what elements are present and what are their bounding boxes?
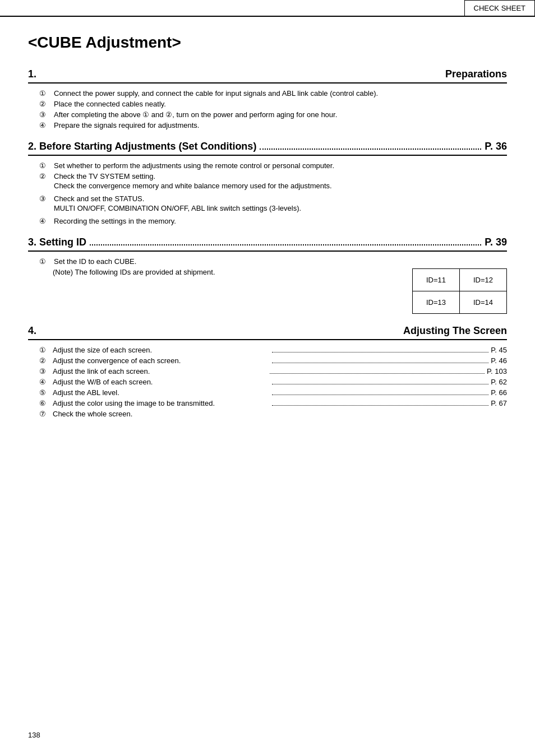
check-sheet-label: CHECK SHEET (464, 0, 535, 16)
table-row: ID=13 ID=14 (412, 291, 506, 314)
page-num: P. 66 (491, 388, 507, 397)
leader (272, 363, 489, 363)
list-marker: ③ (39, 110, 49, 119)
section1-heading: 1. Preparations (28, 68, 507, 84)
list-marker: ③ (39, 194, 49, 203)
list-text: Check and set the STATUS. (54, 194, 507, 203)
section3-number: 3. (28, 236, 36, 248)
list-text: Connect the power supply, and connect th… (54, 89, 507, 98)
section2-title: Before Starting Adjustments (Set Conditi… (39, 141, 256, 152)
list-text: Adjust the link of each screen. (53, 367, 268, 375)
setting-id-right: ID=11 ID=12 ID=13 ID=14 (412, 263, 507, 314)
page-num: P. 45 (491, 346, 507, 354)
list-text: Check the whole screen. (53, 410, 507, 418)
list-text: Adjust the W/B of each screen. (53, 378, 270, 386)
sub-text: MULTI ON/OFF, COMBINATION ON/OFF, ABL li… (39, 204, 301, 212)
list-item: ④ Recording the settings in the memory. (39, 217, 507, 225)
section2-number: 2. (28, 141, 36, 152)
top-bar: CHECK SHEET (0, 0, 535, 17)
leader (270, 373, 485, 374)
list-item: ③ Check and set the STATUS. MULTI ON/OFF… (39, 194, 507, 215)
id-cell: ID=14 (459, 291, 506, 314)
section1-list: ① Connect the power supply, and connect … (28, 89, 507, 129)
section2-heading: 2. Before Starting Adjustments (Set Cond… (28, 141, 507, 156)
list-item: ① Adjust the size of each screen. P. 45 (39, 346, 507, 354)
list-item: ⑤ Adjust the ABL level. P. 66 (39, 388, 507, 397)
list-text: Adjust the ABL level. (53, 388, 270, 397)
dotted-filler (90, 244, 481, 245)
sub-text: Check the convergence memory and white b… (39, 182, 332, 190)
section2-list: ① Set whether to perform the adjustments… (28, 161, 507, 225)
leader (272, 384, 489, 384)
page-num: P. 67 (491, 399, 507, 407)
list-marker: ① (39, 257, 49, 266)
id-table: ID=11 ID=12 ID=13 ID=14 (412, 268, 507, 314)
list-item: ① Set whether to perform the adjustments… (39, 161, 507, 170)
list-text: Set whether to perform the adjustments u… (54, 161, 507, 170)
leader (272, 405, 489, 406)
page-num: P. 103 (487, 367, 507, 375)
list-marker: ⑥ (39, 399, 50, 407)
section1-number: 1. (28, 68, 36, 80)
list-marker: ④ (39, 217, 49, 225)
list-text: Adjust the size of each screen. (53, 346, 270, 354)
list-text: After completing the above ① and ②, turn… (54, 110, 507, 119)
content: <CUBE Adjustment> 1. Preparations ① Conn… (0, 17, 535, 449)
id-cell: ID=13 (412, 291, 459, 314)
table-row: ID=11 ID=12 (412, 269, 506, 291)
page-num: P. 46 (491, 356, 507, 365)
id-cell: ID=12 (459, 269, 506, 291)
section1-title: Preparations (445, 68, 507, 80)
list-item: ② Adjust the convergence of each screen.… (39, 356, 507, 365)
list-marker: ② (39, 356, 50, 365)
list-item: ④ Prepare the signals required for adjus… (39, 121, 507, 129)
list-item: ③ After completing the above ① and ②, tu… (39, 110, 507, 119)
setting-id-text1: Set the ID to each CUBE. (54, 257, 136, 266)
section3-heading: 3. Setting ID P. 39 (28, 236, 507, 252)
section4-number: 4. (28, 325, 36, 337)
page-number: 138 (28, 731, 40, 739)
id-cell: ID=11 (412, 269, 459, 291)
page-num: P. 62 (491, 378, 507, 386)
section3-page-ref: P. 39 (485, 236, 507, 248)
list-marker: ③ (39, 367, 50, 375)
list-item: ⑦ Check the whole screen. (39, 410, 507, 418)
section4-heading: 4. Adjusting The Screen (28, 325, 507, 340)
setting-id-content: ① Set the ID to each CUBE. (Note) The fo… (28, 257, 507, 314)
page-title: <CUBE Adjustment> (28, 34, 507, 52)
list-marker: ② (39, 172, 49, 180)
list-item: ⑥ Adjust the color using the image to be… (39, 399, 507, 407)
list-item: ③ Adjust the link of each screen. P. 103 (39, 367, 507, 375)
list-item: ④ Adjust the W/B of each screen. P. 62 (39, 378, 507, 386)
setting-id-left: ① Set the ID to each CUBE. (Note) The fo… (28, 257, 390, 276)
list-item: ② Place the connected cables neatly. (39, 100, 507, 108)
list-item: ② Check the TV SYSTEM setting. Check the… (39, 172, 507, 192)
section2-page-ref: P. 36 (485, 141, 507, 152)
list-text: Prepare the signals required for adjustm… (54, 121, 507, 129)
list-marker: ④ (39, 121, 49, 129)
list-marker: ⑤ (39, 388, 50, 397)
section3-title: Setting ID (39, 236, 86, 248)
list-text: Recording the settings in the memory. (54, 217, 507, 225)
list-marker: ④ (39, 378, 50, 386)
page: CHECK SHEET <CUBE Adjustment> 1. Prepara… (0, 0, 535, 756)
list-item: ① Connect the power supply, and connect … (39, 89, 507, 98)
leader (272, 395, 489, 395)
leader (272, 352, 489, 353)
list-text: Check the TV SYSTEM setting. (54, 172, 507, 180)
list-marker: ② (39, 100, 49, 108)
list-marker: ① (39, 161, 49, 170)
list-text: Place the connected cables neatly. (54, 100, 507, 108)
list-marker: ① (39, 346, 50, 354)
list-marker: ⑦ (39, 410, 50, 418)
dotted-filler (260, 149, 481, 150)
section4-list: ① Adjust the size of each screen. P. 45 … (28, 346, 507, 418)
list-text: Adjust the convergence of each screen. (53, 356, 270, 365)
list-marker: ① (39, 89, 49, 98)
setting-id-note: (Note) The following IDs are provided at… (28, 268, 390, 276)
section4-title: Adjusting The Screen (403, 325, 507, 337)
list-text: Adjust the color using the image to be t… (53, 399, 270, 407)
